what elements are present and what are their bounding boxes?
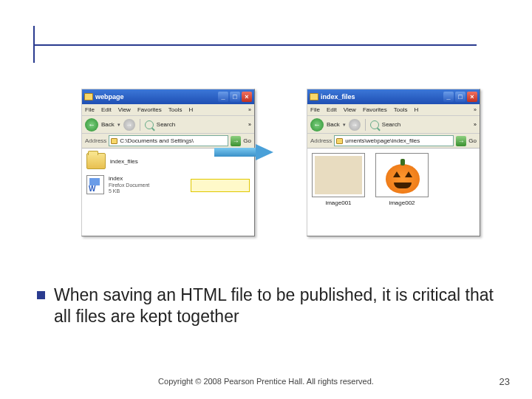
titlebar: index_files _ □ × xyxy=(307,89,480,104)
body-bullet: When saving an HTML file to be published… xyxy=(37,284,495,327)
thumbnail-item-image002[interactable]: image002 xyxy=(375,153,429,231)
thumbnail-preview xyxy=(315,156,362,194)
address-field[interactable]: C:\Documents and Settings\ xyxy=(109,135,228,146)
explorer-window-webpage: webpage _ □ × File Edit View Favorites T… xyxy=(81,89,255,236)
thumbnail xyxy=(312,153,365,197)
window-buttons: _ □ × xyxy=(443,92,477,102)
minimize-button[interactable]: _ xyxy=(218,92,228,102)
close-button[interactable]: × xyxy=(242,92,252,102)
titlebar: webpage _ □ × xyxy=(82,89,254,104)
thumbnail-label: image001 xyxy=(325,200,351,206)
window-title: webpage xyxy=(95,93,216,100)
content-pane: image001 image002 xyxy=(307,149,480,236)
separator xyxy=(365,119,366,131)
menu-file[interactable]: File xyxy=(310,106,320,113)
menu-edit[interactable]: Edit xyxy=(101,106,112,113)
forward-button[interactable]: → xyxy=(123,119,135,131)
address-value: uments\webpage\index_files xyxy=(345,137,420,144)
bullet-icon xyxy=(37,291,45,299)
body-text: When saving an HTML file to be published… xyxy=(54,284,495,327)
search-icon[interactable] xyxy=(145,120,154,129)
back-label: Back xyxy=(327,121,340,128)
folder-icon xyxy=(84,93,93,100)
menu-view[interactable]: View xyxy=(344,106,356,113)
decor-top-line xyxy=(33,44,477,46)
copyright: Copyright © 2008 Pearson Prentice Hall. … xyxy=(0,377,532,386)
menu-help[interactable]: H xyxy=(188,106,193,113)
forward-button[interactable]: → xyxy=(349,119,361,131)
menubar: File Edit View Favorites Tools H » xyxy=(82,104,254,116)
address-bar: Address uments\webpage\index_files → Go xyxy=(307,134,480,149)
menu-file[interactable]: File xyxy=(85,106,95,113)
chevron-icon[interactable]: » xyxy=(474,107,477,112)
highlight-box xyxy=(191,179,250,192)
thumbnail xyxy=(375,153,429,197)
chevron-icon[interactable]: » xyxy=(474,122,477,127)
file-size: 5 KB xyxy=(109,188,149,194)
chevron-down-icon[interactable]: ▾ xyxy=(117,122,120,128)
maximize-button[interactable]: □ xyxy=(230,92,240,102)
go-label: Go xyxy=(243,137,251,144)
address-label: Address xyxy=(310,137,332,144)
document-icon xyxy=(86,175,104,194)
pumpkin-icon xyxy=(386,164,420,194)
thumbnail-label: image002 xyxy=(389,200,415,206)
chevron-down-icon[interactable]: ▾ xyxy=(343,122,346,128)
folder-icon xyxy=(111,138,117,144)
separator xyxy=(140,119,140,131)
folder-icon xyxy=(86,153,106,169)
menu-tools[interactable]: Tools xyxy=(394,106,408,113)
folder-label: index_files xyxy=(110,158,138,165)
address-field[interactable]: uments\webpage\index_files xyxy=(334,135,454,146)
content-pane: index_files index Firefox Document 5 KB xyxy=(82,149,254,236)
toolbar: ← Back ▾ → Search » xyxy=(307,116,480,134)
menu-edit[interactable]: Edit xyxy=(327,106,337,113)
page-number: 23 xyxy=(499,376,510,387)
menu-favorites[interactable]: Favorites xyxy=(363,106,387,113)
thumbnail-preview xyxy=(378,156,426,194)
file-name: index xyxy=(109,175,149,183)
go-button[interactable]: → xyxy=(456,136,466,146)
search-label: Search xyxy=(157,121,175,128)
chevron-icon[interactable]: » xyxy=(248,122,251,127)
menu-help[interactable]: H xyxy=(414,106,418,113)
folder-icon xyxy=(336,138,343,144)
close-button[interactable]: × xyxy=(467,92,477,102)
search-label: Search xyxy=(382,121,400,128)
menu-tools[interactable]: Tools xyxy=(168,106,183,113)
menu-view[interactable]: View xyxy=(118,106,131,113)
explorer-window-index-files: index_files _ □ × File Edit View Favorit… xyxy=(307,89,480,236)
maximize-button[interactable]: □ xyxy=(455,92,466,102)
arrow-icon xyxy=(214,144,273,160)
window-buttons: _ □ × xyxy=(218,92,252,102)
back-button[interactable]: ← xyxy=(310,118,324,132)
menubar: File Edit View Favorites Tools H » xyxy=(307,104,480,116)
address-value: C:\Documents and Settings\ xyxy=(120,137,194,144)
thumbnail-item-image001[interactable]: image001 xyxy=(312,153,365,231)
minimize-button[interactable]: _ xyxy=(443,92,454,102)
toolbar: ← Back ▾ → Search » xyxy=(82,116,254,134)
address-label: Address xyxy=(85,137,106,144)
file-type: Firefox Document xyxy=(109,183,149,188)
back-button[interactable]: ← xyxy=(85,118,98,132)
go-label: Go xyxy=(468,137,477,144)
menu-favorites[interactable]: Favorites xyxy=(137,106,162,113)
folder-icon xyxy=(310,93,318,100)
back-label: Back xyxy=(101,121,115,128)
chevron-icon[interactable]: » xyxy=(248,107,251,112)
search-icon[interactable] xyxy=(370,120,379,129)
window-title: index_files xyxy=(321,93,441,100)
file-details: index Firefox Document 5 KB xyxy=(109,175,149,194)
